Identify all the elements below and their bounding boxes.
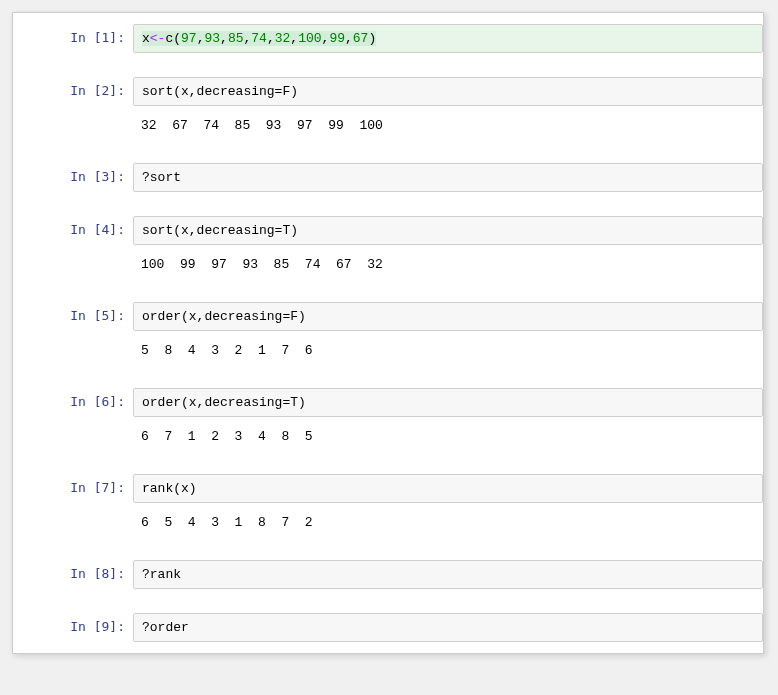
output-cell: 32 67 74 85 93 97 99 100: [13, 109, 763, 142]
code-cell: In [2]:sort(x,decreasing=F): [13, 74, 763, 109]
output-cell: 5 8 4 3 2 1 7 6: [13, 334, 763, 367]
code-input[interactable]: ?order: [133, 613, 763, 642]
code-cell: In [7]:rank(x): [13, 471, 763, 506]
code-input[interactable]: order(x,decreasing=T): [133, 388, 763, 417]
code-cell: In [8]:?rank: [13, 557, 763, 592]
code-cell: In [1]:x<-c(97,93,85,74,32,100,99,67): [13, 21, 763, 56]
output-cell: 6 5 4 3 1 8 7 2: [13, 506, 763, 539]
code-input[interactable]: sort(x,decreasing=T): [133, 216, 763, 245]
cell-prompt: [13, 251, 133, 257]
output-text: 6 7 1 2 3 4 8 5: [133, 423, 763, 450]
code-input[interactable]: ?rank: [133, 560, 763, 589]
output-text: 32 67 74 85 93 97 99 100: [133, 112, 763, 139]
notebook: In [1]:x<-c(97,93,85,74,32,100,99,67)In …: [12, 12, 764, 654]
output-cell: 100 99 97 93 85 74 67 32: [13, 248, 763, 281]
cell-prompt: [13, 112, 133, 118]
code-cell: In [6]:order(x,decreasing=T): [13, 385, 763, 420]
cell-prompt: In [9]:: [13, 613, 133, 634]
output-text: 5 8 4 3 2 1 7 6: [133, 337, 763, 364]
cell-prompt: [13, 337, 133, 343]
output-text: 100 99 97 93 85 74 67 32: [133, 251, 763, 278]
output-cell: 6 7 1 2 3 4 8 5: [13, 420, 763, 453]
code-input[interactable]: sort(x,decreasing=F): [133, 77, 763, 106]
cell-prompt: In [4]:: [13, 216, 133, 237]
output-text: 6 5 4 3 1 8 7 2: [133, 509, 763, 536]
cell-prompt: In [5]:: [13, 302, 133, 323]
code-input[interactable]: order(x,decreasing=F): [133, 302, 763, 331]
code-input[interactable]: rank(x): [133, 474, 763, 503]
cell-prompt: In [6]:: [13, 388, 133, 409]
cell-prompt: [13, 509, 133, 515]
cell-prompt: In [7]:: [13, 474, 133, 495]
code-cell: In [9]:?order: [13, 610, 763, 645]
code-cell: In [4]:sort(x,decreasing=T): [13, 213, 763, 248]
code-input[interactable]: ?sort: [133, 163, 763, 192]
cell-prompt: In [2]:: [13, 77, 133, 98]
cell-prompt: In [3]:: [13, 163, 133, 184]
cell-prompt: In [8]:: [13, 560, 133, 581]
code-input[interactable]: x<-c(97,93,85,74,32,100,99,67): [133, 24, 763, 53]
cell-prompt: In [1]:: [13, 24, 133, 45]
cell-prompt: [13, 423, 133, 429]
code-cell: In [3]:?sort: [13, 160, 763, 195]
code-cell: In [5]:order(x,decreasing=F): [13, 299, 763, 334]
